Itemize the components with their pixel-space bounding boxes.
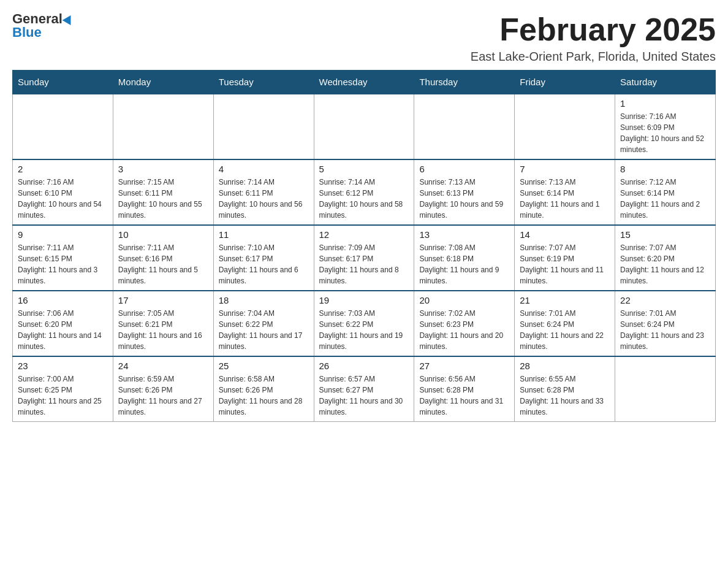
day-number: 18 — [219, 295, 309, 305]
day-number: 20 — [419, 295, 509, 305]
calendar-cell: 1Sunrise: 7:16 AM Sunset: 6:09 PM Daylig… — [615, 94, 716, 159]
day-number: 2 — [18, 164, 108, 174]
weekday-header-saturday: Saturday — [615, 71, 716, 94]
day-info: Sunrise: 6:59 AM Sunset: 6:26 PM Dayligh… — [118, 373, 208, 418]
calendar-cell: 25Sunrise: 6:58 AM Sunset: 6:26 PM Dayli… — [213, 356, 314, 422]
weekday-header-row: SundayMondayTuesdayWednesdayThursdayFrid… — [13, 71, 716, 94]
calendar-cell: 22Sunrise: 7:01 AM Sunset: 6:24 PM Dayli… — [615, 291, 716, 356]
logo-general: General — [12, 12, 63, 26]
day-number: 9 — [18, 229, 108, 240]
week-row-3: 9Sunrise: 7:11 AM Sunset: 6:15 PM Daylig… — [13, 225, 716, 291]
day-info: Sunrise: 7:10 AM Sunset: 6:17 PM Dayligh… — [219, 242, 309, 286]
calendar-cell: 9Sunrise: 7:11 AM Sunset: 6:15 PM Daylig… — [13, 225, 113, 291]
weekday-header-sunday: Sunday — [13, 71, 113, 94]
calendar-cell: 8Sunrise: 7:12 AM Sunset: 6:14 PM Daylig… — [615, 159, 716, 225]
calendar-cell: 14Sunrise: 7:07 AM Sunset: 6:19 PM Dayli… — [515, 225, 615, 291]
day-number: 25 — [219, 361, 309, 371]
day-info: Sunrise: 7:09 AM Sunset: 6:17 PM Dayligh… — [319, 242, 409, 286]
week-row-4: 16Sunrise: 7:06 AM Sunset: 6:20 PM Dayli… — [13, 291, 716, 356]
calendar-cell: 28Sunrise: 6:55 AM Sunset: 6:28 PM Dayli… — [515, 356, 615, 422]
day-info: Sunrise: 7:06 AM Sunset: 6:20 PM Dayligh… — [18, 308, 108, 352]
page-title: February 2025 — [471, 12, 716, 47]
day-info: Sunrise: 7:13 AM Sunset: 6:14 PM Dayligh… — [520, 177, 610, 221]
page-header: General Blue February 2025 East Lake-Ori… — [12, 12, 716, 64]
day-info: Sunrise: 7:08 AM Sunset: 6:18 PM Dayligh… — [419, 242, 509, 286]
calendar-cell — [13, 94, 113, 159]
calendar-cell — [515, 94, 615, 159]
logo-triangle-icon — [63, 13, 75, 25]
day-info: Sunrise: 7:02 AM Sunset: 6:23 PM Dayligh… — [419, 308, 509, 352]
day-info: Sunrise: 7:11 AM Sunset: 6:15 PM Dayligh… — [18, 242, 108, 286]
day-info: Sunrise: 7:11 AM Sunset: 6:16 PM Dayligh… — [118, 242, 208, 286]
weekday-header-tuesday: Tuesday — [213, 71, 314, 94]
day-number: 5 — [319, 164, 409, 174]
weekday-header-wednesday: Wednesday — [314, 71, 414, 94]
day-number: 26 — [319, 361, 409, 371]
week-row-1: 1Sunrise: 7:16 AM Sunset: 6:09 PM Daylig… — [13, 94, 716, 159]
calendar-cell: 24Sunrise: 6:59 AM Sunset: 6:26 PM Dayli… — [113, 356, 213, 422]
day-info: Sunrise: 6:57 AM Sunset: 6:27 PM Dayligh… — [319, 373, 409, 418]
calendar-cell: 10Sunrise: 7:11 AM Sunset: 6:16 PM Dayli… — [113, 225, 213, 291]
calendar-cell — [615, 356, 716, 422]
day-number: 12 — [319, 229, 409, 240]
day-number: 14 — [520, 229, 610, 240]
calendar-cell: 13Sunrise: 7:08 AM Sunset: 6:18 PM Dayli… — [414, 225, 515, 291]
calendar-cell: 23Sunrise: 7:00 AM Sunset: 6:25 PM Dayli… — [13, 356, 113, 422]
day-number: 17 — [118, 295, 208, 305]
week-row-2: 2Sunrise: 7:16 AM Sunset: 6:10 PM Daylig… — [13, 159, 716, 225]
day-number: 15 — [620, 229, 710, 240]
day-info: Sunrise: 7:01 AM Sunset: 6:24 PM Dayligh… — [620, 308, 710, 352]
calendar-cell: 21Sunrise: 7:01 AM Sunset: 6:24 PM Dayli… — [515, 291, 615, 356]
day-number: 27 — [419, 361, 509, 371]
calendar-cell: 26Sunrise: 6:57 AM Sunset: 6:27 PM Dayli… — [314, 356, 414, 422]
calendar-cell: 7Sunrise: 7:13 AM Sunset: 6:14 PM Daylig… — [515, 159, 615, 225]
day-number: 3 — [118, 164, 208, 174]
calendar-cell: 17Sunrise: 7:05 AM Sunset: 6:21 PM Dayli… — [113, 291, 213, 356]
calendar-table: SundayMondayTuesdayWednesdayThursdayFrid… — [12, 70, 716, 422]
day-info: Sunrise: 6:56 AM Sunset: 6:28 PM Dayligh… — [419, 373, 509, 418]
calendar-cell: 4Sunrise: 7:14 AM Sunset: 6:11 PM Daylig… — [213, 159, 314, 225]
day-info: Sunrise: 7:04 AM Sunset: 6:22 PM Dayligh… — [219, 308, 309, 352]
day-info: Sunrise: 7:05 AM Sunset: 6:21 PM Dayligh… — [118, 308, 208, 352]
day-number: 21 — [520, 295, 610, 305]
calendar-cell: 6Sunrise: 7:13 AM Sunset: 6:13 PM Daylig… — [414, 159, 515, 225]
logo: General Blue — [12, 12, 74, 39]
day-number: 28 — [520, 361, 610, 371]
day-info: Sunrise: 7:16 AM Sunset: 6:10 PM Dayligh… — [18, 177, 108, 221]
day-number: 7 — [520, 164, 610, 174]
calendar-cell: 5Sunrise: 7:14 AM Sunset: 6:12 PM Daylig… — [314, 159, 414, 225]
calendar-cell — [314, 94, 414, 159]
day-info: Sunrise: 7:15 AM Sunset: 6:11 PM Dayligh… — [118, 177, 208, 221]
day-info: Sunrise: 7:14 AM Sunset: 6:11 PM Dayligh… — [219, 177, 309, 221]
day-number: 10 — [118, 229, 208, 240]
day-number: 6 — [419, 164, 509, 174]
day-number: 16 — [18, 295, 108, 305]
calendar-cell: 19Sunrise: 7:03 AM Sunset: 6:22 PM Dayli… — [314, 291, 414, 356]
day-number: 11 — [219, 229, 309, 240]
day-number: 1 — [620, 98, 710, 109]
day-info: Sunrise: 7:01 AM Sunset: 6:24 PM Dayligh… — [520, 308, 610, 352]
calendar-cell: 12Sunrise: 7:09 AM Sunset: 6:17 PM Dayli… — [314, 225, 414, 291]
calendar-cell: 18Sunrise: 7:04 AM Sunset: 6:22 PM Dayli… — [213, 291, 314, 356]
day-number: 22 — [620, 295, 710, 305]
day-info: Sunrise: 6:55 AM Sunset: 6:28 PM Dayligh… — [520, 373, 610, 418]
day-info: Sunrise: 7:16 AM Sunset: 6:09 PM Dayligh… — [620, 111, 710, 155]
calendar-cell: 27Sunrise: 6:56 AM Sunset: 6:28 PM Dayli… — [414, 356, 515, 422]
calendar-cell: 11Sunrise: 7:10 AM Sunset: 6:17 PM Dayli… — [213, 225, 314, 291]
day-info: Sunrise: 7:13 AM Sunset: 6:13 PM Dayligh… — [419, 177, 509, 221]
day-info: Sunrise: 7:12 AM Sunset: 6:14 PM Dayligh… — [620, 177, 710, 221]
calendar-cell: 3Sunrise: 7:15 AM Sunset: 6:11 PM Daylig… — [113, 159, 213, 225]
day-info: Sunrise: 7:03 AM Sunset: 6:22 PM Dayligh… — [319, 308, 409, 352]
day-info: Sunrise: 7:07 AM Sunset: 6:19 PM Dayligh… — [520, 242, 610, 286]
calendar-cell — [414, 94, 515, 159]
day-number: 23 — [18, 361, 108, 371]
calendar-cell: 15Sunrise: 7:07 AM Sunset: 6:20 PM Dayli… — [615, 225, 716, 291]
calendar-cell — [213, 94, 314, 159]
day-number: 13 — [419, 229, 509, 240]
calendar-cell: 16Sunrise: 7:06 AM Sunset: 6:20 PM Dayli… — [13, 291, 113, 356]
weekday-header-monday: Monday — [113, 71, 213, 94]
day-number: 4 — [219, 164, 309, 174]
day-info: Sunrise: 7:00 AM Sunset: 6:25 PM Dayligh… — [18, 373, 108, 418]
day-number: 19 — [319, 295, 409, 305]
subtitle: East Lake-Orient Park, Florida, United S… — [471, 50, 716, 64]
